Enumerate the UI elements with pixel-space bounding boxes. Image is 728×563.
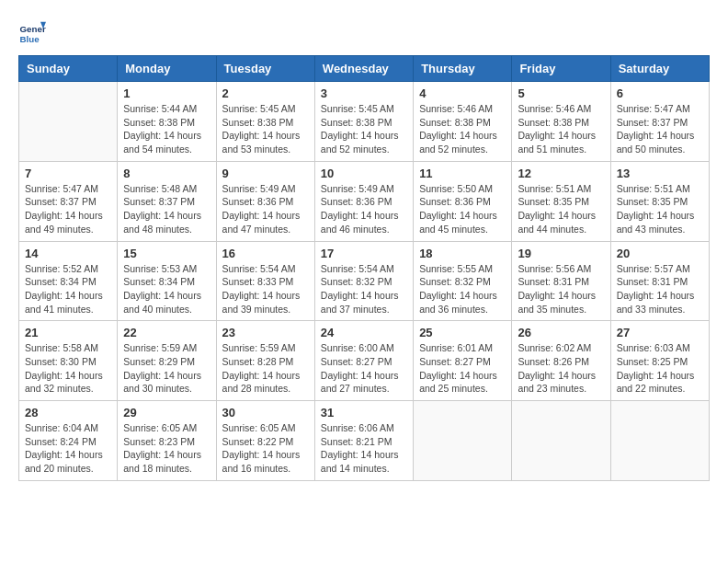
header-wednesday: Wednesday — [314, 56, 413, 82]
day-cell — [512, 401, 610, 481]
day-cell: 21Sunrise: 5:58 AM Sunset: 8:30 PM Dayli… — [19, 321, 118, 401]
day-info: Sunrise: 5:53 AM Sunset: 8:34 PM Dayligh… — [123, 262, 210, 316]
svg-text:Blue: Blue — [20, 34, 40, 44]
day-info: Sunrise: 6:05 AM Sunset: 8:22 PM Dayligh… — [222, 421, 309, 476]
day-info: Sunrise: 5:47 AM Sunset: 8:37 PM Dayligh… — [617, 102, 703, 156]
day-info: Sunrise: 5:44 AM Sunset: 8:38 PM Dayligh… — [123, 102, 210, 156]
day-info: Sunrise: 5:55 AM Sunset: 8:32 PM Dayligh… — [419, 262, 506, 316]
header-tuesday: Tuesday — [216, 56, 314, 82]
day-cell: 2Sunrise: 5:45 AM Sunset: 8:38 PM Daylig… — [216, 82, 314, 162]
day-info: Sunrise: 5:56 AM Sunset: 8:31 PM Dayligh… — [518, 262, 604, 316]
day-number: 28 — [25, 406, 111, 419]
day-cell: 28Sunrise: 6:04 AM Sunset: 8:24 PM Dayli… — [19, 401, 118, 481]
day-number: 9 — [222, 167, 309, 180]
day-cell — [414, 401, 512, 481]
day-cell: 23Sunrise: 5:59 AM Sunset: 8:28 PM Dayli… — [216, 321, 314, 401]
day-number: 14 — [25, 247, 111, 260]
day-cell: 5Sunrise: 5:46 AM Sunset: 8:38 PM Daylig… — [512, 82, 610, 162]
day-info: Sunrise: 5:50 AM Sunset: 8:36 PM Dayligh… — [419, 182, 506, 236]
day-cell: 30Sunrise: 6:05 AM Sunset: 8:22 PM Dayli… — [216, 401, 314, 481]
week-row-2: 7Sunrise: 5:47 AM Sunset: 8:37 PM Daylig… — [19, 161, 710, 241]
day-number: 16 — [222, 247, 309, 260]
day-cell: 14Sunrise: 5:52 AM Sunset: 8:34 PM Dayli… — [19, 241, 118, 321]
day-cell: 26Sunrise: 6:02 AM Sunset: 8:26 PM Dayli… — [512, 321, 610, 401]
calendar-table: SundayMondayTuesdayWednesdayThursdayFrid… — [18, 55, 710, 481]
header-thursday: Thursday — [414, 56, 512, 82]
week-row-4: 21Sunrise: 5:58 AM Sunset: 8:30 PM Dayli… — [19, 321, 710, 401]
day-cell: 10Sunrise: 5:49 AM Sunset: 8:36 PM Dayli… — [314, 161, 413, 241]
day-cell: 1Sunrise: 5:44 AM Sunset: 8:38 PM Daylig… — [118, 82, 216, 162]
header-row: SundayMondayTuesdayWednesdayThursdayFrid… — [19, 56, 710, 82]
day-number: 25 — [419, 326, 506, 339]
day-number: 31 — [321, 406, 407, 419]
day-number: 15 — [123, 247, 210, 260]
day-cell: 12Sunrise: 5:51 AM Sunset: 8:35 PM Dayli… — [512, 161, 610, 241]
day-cell: 11Sunrise: 5:50 AM Sunset: 8:36 PM Dayli… — [414, 161, 512, 241]
day-number: 11 — [419, 167, 506, 180]
day-info: Sunrise: 6:02 AM Sunset: 8:26 PM Dayligh… — [518, 341, 604, 396]
day-number: 3 — [321, 86, 407, 100]
day-info: Sunrise: 5:58 AM Sunset: 8:30 PM Dayligh… — [25, 341, 111, 396]
day-info: Sunrise: 5:59 AM Sunset: 8:28 PM Dayligh… — [222, 341, 309, 396]
day-info: Sunrise: 5:48 AM Sunset: 8:37 PM Dayligh… — [123, 182, 210, 236]
day-number: 13 — [617, 167, 703, 180]
day-number: 18 — [419, 247, 506, 260]
day-number: 7 — [25, 167, 111, 180]
day-number: 10 — [321, 167, 407, 180]
day-number: 30 — [222, 406, 309, 419]
day-cell — [610, 401, 709, 481]
day-number: 12 — [518, 167, 604, 180]
day-number: 8 — [123, 167, 210, 180]
day-info: Sunrise: 5:51 AM Sunset: 8:35 PM Dayligh… — [617, 182, 703, 236]
logo: General Blue — [18, 18, 50, 46]
day-number: 4 — [419, 86, 506, 100]
day-info: Sunrise: 6:05 AM Sunset: 8:23 PM Dayligh… — [123, 421, 210, 476]
day-number: 19 — [518, 247, 604, 260]
day-cell: 17Sunrise: 5:54 AM Sunset: 8:32 PM Dayli… — [314, 241, 413, 321]
day-info: Sunrise: 6:06 AM Sunset: 8:21 PM Dayligh… — [321, 421, 407, 476]
day-cell: 15Sunrise: 5:53 AM Sunset: 8:34 PM Dayli… — [118, 241, 216, 321]
day-cell: 9Sunrise: 5:49 AM Sunset: 8:36 PM Daylig… — [216, 161, 314, 241]
day-info: Sunrise: 5:46 AM Sunset: 8:38 PM Dayligh… — [518, 102, 604, 156]
day-number: 26 — [518, 326, 604, 339]
header-friday: Friday — [512, 56, 610, 82]
header-sunday: Sunday — [19, 56, 118, 82]
day-cell: 13Sunrise: 5:51 AM Sunset: 8:35 PM Dayli… — [610, 161, 709, 241]
day-number: 21 — [25, 326, 111, 339]
day-number: 5 — [518, 86, 604, 100]
day-info: Sunrise: 5:49 AM Sunset: 8:36 PM Dayligh… — [321, 182, 407, 236]
day-number: 20 — [617, 247, 703, 260]
day-info: Sunrise: 6:04 AM Sunset: 8:24 PM Dayligh… — [25, 421, 111, 476]
day-number: 24 — [321, 326, 407, 339]
day-number: 22 — [123, 326, 210, 339]
day-cell: 19Sunrise: 5:56 AM Sunset: 8:31 PM Dayli… — [512, 241, 610, 321]
day-info: Sunrise: 5:45 AM Sunset: 8:38 PM Dayligh… — [321, 102, 407, 156]
day-info: Sunrise: 5:57 AM Sunset: 8:31 PM Dayligh… — [617, 262, 703, 316]
header-monday: Monday — [118, 56, 216, 82]
day-cell: 25Sunrise: 6:01 AM Sunset: 8:27 PM Dayli… — [414, 321, 512, 401]
day-cell: 8Sunrise: 5:48 AM Sunset: 8:37 PM Daylig… — [118, 161, 216, 241]
day-number: 1 — [123, 86, 210, 100]
day-number: 27 — [617, 326, 703, 339]
week-row-3: 14Sunrise: 5:52 AM Sunset: 8:34 PM Dayli… — [19, 241, 710, 321]
day-info: Sunrise: 5:59 AM Sunset: 8:29 PM Dayligh… — [123, 341, 210, 396]
header-saturday: Saturday — [610, 56, 709, 82]
day-info: Sunrise: 5:46 AM Sunset: 8:38 PM Dayligh… — [419, 102, 506, 156]
day-cell: 27Sunrise: 6:03 AM Sunset: 8:25 PM Dayli… — [610, 321, 709, 401]
week-row-5: 28Sunrise: 6:04 AM Sunset: 8:24 PM Dayli… — [19, 401, 710, 481]
day-info: Sunrise: 5:47 AM Sunset: 8:37 PM Dayligh… — [25, 182, 111, 236]
day-number: 6 — [617, 86, 703, 100]
day-cell: 4Sunrise: 5:46 AM Sunset: 8:38 PM Daylig… — [414, 82, 512, 162]
day-number: 17 — [321, 247, 407, 260]
day-cell: 24Sunrise: 6:00 AM Sunset: 8:27 PM Dayli… — [314, 321, 413, 401]
header-section: General Blue — [18, 18, 710, 46]
day-number: 23 — [222, 326, 309, 339]
day-cell: 18Sunrise: 5:55 AM Sunset: 8:32 PM Dayli… — [414, 241, 512, 321]
day-number: 29 — [123, 406, 210, 419]
day-cell: 6Sunrise: 5:47 AM Sunset: 8:37 PM Daylig… — [610, 82, 709, 162]
day-info: Sunrise: 6:03 AM Sunset: 8:25 PM Dayligh… — [617, 341, 703, 396]
day-info: Sunrise: 5:45 AM Sunset: 8:38 PM Dayligh… — [222, 102, 309, 156]
day-number: 2 — [222, 86, 309, 100]
day-info: Sunrise: 5:49 AM Sunset: 8:36 PM Dayligh… — [222, 182, 309, 236]
day-cell: 22Sunrise: 5:59 AM Sunset: 8:29 PM Dayli… — [118, 321, 216, 401]
